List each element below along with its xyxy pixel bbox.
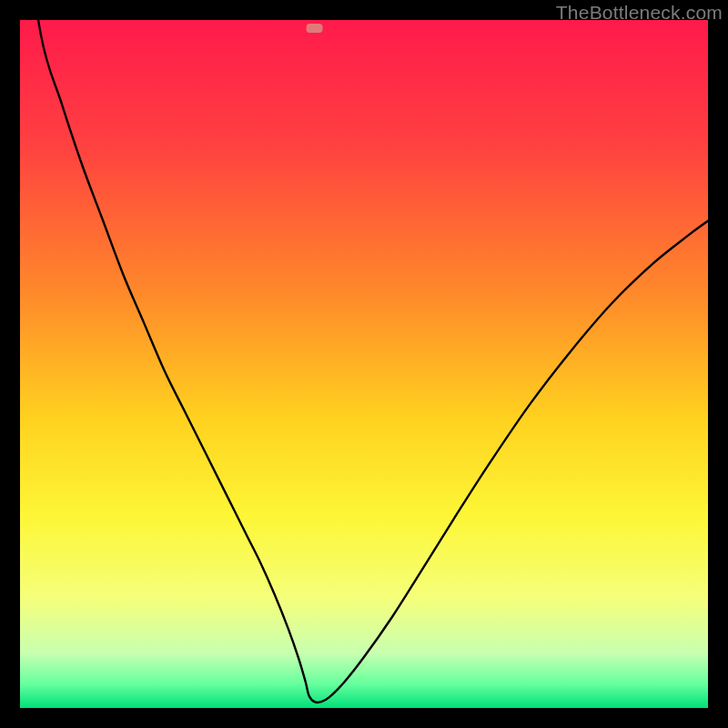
gradient-background [20, 20, 708, 708]
watermark-text: TheBottleneck.com [556, 2, 723, 24]
bottleneck-chart [20, 20, 708, 708]
minimum-marker [307, 24, 323, 33]
chart-frame [20, 20, 708, 708]
